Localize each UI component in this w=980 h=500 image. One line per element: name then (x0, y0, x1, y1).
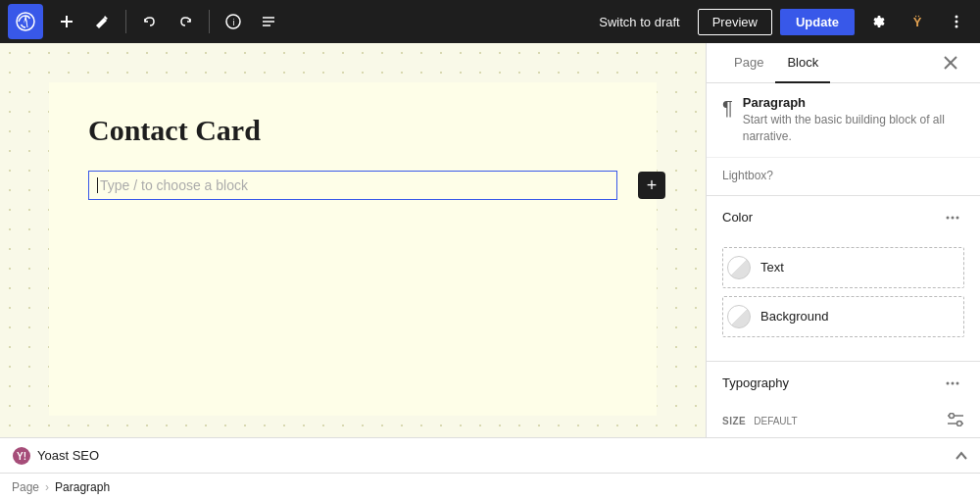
wp-logo-icon[interactable] (8, 4, 43, 39)
size-default: DEFAULT (754, 416, 797, 426)
main-area: Contact Card Type / to choose a block + … (0, 43, 980, 437)
color-text-label: Text (760, 260, 784, 275)
svg-point-8 (956, 16, 958, 19)
typography-menu-btn[interactable] (941, 372, 964, 395)
color-panel-header[interactable]: Color (707, 196, 980, 239)
breadcrumb-bar: Page › Paragraph (0, 473, 980, 500)
breadcrumb-current: Paragraph (55, 480, 110, 494)
svg-point-22 (957, 421, 962, 425)
svg-point-13 (947, 216, 950, 219)
breadcrumb-separator: › (45, 480, 49, 494)
lightbox-label: Lightbox? (722, 169, 773, 182)
list-view-btn[interactable] (253, 6, 284, 37)
svg-text:i: i (233, 18, 235, 27)
cursor (97, 177, 98, 193)
block-info-text: Paragraph Start with the basic building … (743, 95, 964, 145)
breadcrumb-page[interactable]: Page (12, 480, 39, 494)
update-btn[interactable]: Update (780, 9, 855, 35)
block-info: ¶ Paragraph Start with the basic buildin… (707, 83, 980, 158)
lightbox-section: Lightbox? (707, 158, 980, 196)
typography-panel: Typography SIZE DEFAULT S M L XL (707, 362, 980, 437)
svg-point-9 (956, 21, 958, 24)
color-panel-title: Color (722, 210, 753, 225)
size-label: SIZE (722, 416, 746, 426)
size-row: SIZE DEFAULT (722, 413, 964, 430)
typography-title: Typography (722, 375, 789, 390)
svg-point-18 (956, 381, 959, 384)
block-description: Start with the basic building block of a… (743, 112, 964, 145)
paragraph-icon: ¶ (722, 97, 733, 120)
yoast-expand-btn[interactable] (955, 448, 968, 464)
more-options-btn[interactable] (941, 6, 972, 37)
tab-block[interactable]: Block (775, 43, 830, 83)
typography-panel-header[interactable]: Typography (707, 362, 980, 405)
color-panel-menu-btn[interactable] (941, 206, 964, 229)
typography-panel-content: SIZE DEFAULT S M L XL (707, 405, 980, 437)
yoast-btn[interactable]: Ÿ (902, 6, 933, 37)
svg-point-17 (952, 381, 955, 384)
redo-btn[interactable] (170, 6, 201, 37)
color-background-item[interactable]: Background (722, 296, 964, 337)
close-sidebar-btn[interactable] (937, 49, 964, 76)
color-bg-label: Background (760, 309, 828, 324)
paragraph-block[interactable]: Type / to choose a block + (88, 171, 617, 200)
svg-point-15 (956, 216, 959, 219)
add-block-inline-btn[interactable]: + (638, 172, 665, 199)
color-bg-circle (727, 305, 751, 328)
color-text-circle (727, 256, 751, 279)
placeholder-text: Type / to choose a block (100, 177, 248, 193)
tools-btn[interactable] (86, 6, 118, 37)
right-sidebar: Page Block ¶ Paragraph Start with the ba… (706, 43, 980, 437)
toolbar-right: Switch to draft Preview Update Ÿ (589, 6, 972, 37)
settings-btn[interactable] (862, 6, 894, 37)
info-btn[interactable]: i (218, 6, 249, 37)
svg-point-10 (956, 25, 958, 28)
yoast-seo-label: Yoast SEO (37, 448, 99, 463)
svg-text:Y!: Y! (17, 451, 26, 462)
toolbar-left: i (8, 4, 284, 39)
tab-page[interactable]: Page (722, 43, 775, 83)
editor-content: Contact Card Type / to choose a block + (49, 82, 657, 416)
undo-btn[interactable] (134, 6, 166, 37)
svg-point-16 (947, 381, 950, 384)
bottom-bar: Y! Yoast SEO (0, 437, 980, 473)
color-panel-content: Text Background (707, 239, 980, 361)
tab-group: Page Block (722, 43, 830, 82)
toolbar-divider (125, 10, 126, 33)
toolbar-divider-2 (209, 10, 210, 33)
block-title: Paragraph (743, 95, 964, 110)
color-panel: Color Text Background (707, 196, 980, 362)
switch-to-draft-btn[interactable]: Switch to draft (589, 9, 689, 35)
svg-point-14 (952, 216, 955, 219)
editor-canvas[interactable]: Contact Card Type / to choose a block + (0, 43, 706, 437)
toolbar: i Switch to draft Preview Update Ÿ (0, 0, 980, 43)
yoast-seo-section: Y! Yoast SEO (12, 446, 99, 466)
typography-slider-icon[interactable] (947, 413, 964, 430)
add-block-toolbar-btn[interactable] (51, 6, 82, 37)
yoast-seo-icon: Y! (12, 446, 31, 466)
svg-point-20 (950, 413, 955, 418)
page-title: Contact Card (88, 114, 617, 147)
preview-btn[interactable]: Preview (698, 9, 772, 35)
sidebar-tabs: Page Block (707, 43, 980, 83)
color-text-item[interactable]: Text (722, 247, 964, 288)
